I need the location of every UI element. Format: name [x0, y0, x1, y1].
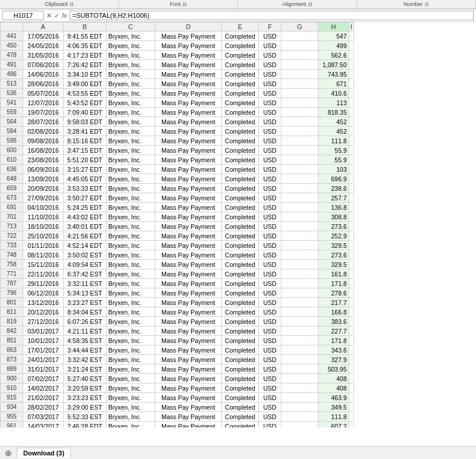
cell[interactable]: Completed [222, 193, 259, 203]
cell[interactable] [281, 288, 318, 298]
cell[interactable]: 14/06/2016 [23, 70, 64, 79]
col-header-i[interactable]: I [349, 23, 353, 32]
cell[interactable]: 31/01/2017 [23, 364, 64, 374]
cell[interactable]: 671 [318, 79, 349, 89]
col-header-e[interactable]: E [222, 23, 259, 32]
cell[interactable]: Mass Pay Payment [155, 422, 222, 428]
row-header[interactable]: 796 [1, 288, 23, 298]
cell[interactable]: Mass Pay Payment [155, 345, 222, 355]
cell[interactable]: Mass Pay Payment [155, 317, 222, 326]
cell[interactable] [281, 241, 318, 250]
cell[interactable]: 111.8 [318, 136, 349, 146]
cell[interactable]: Bryxen, Inc. [107, 51, 155, 60]
cell[interactable]: 4:06:35 EDT [64, 41, 107, 51]
cell[interactable]: Completed [222, 422, 259, 428]
cell[interactable]: USD [259, 231, 281, 241]
cell[interactable] [281, 193, 318, 203]
cell[interactable]: Bryxen, Inc. [107, 184, 155, 193]
cell[interactable]: Mass Pay Payment [155, 193, 222, 203]
row-header[interactable]: 441 [1, 32, 23, 41]
cell[interactable]: 5:43:52 EDT [64, 98, 107, 108]
cell[interactable]: Bryxen, Inc. [107, 403, 155, 412]
cell[interactable]: Mass Pay Payment [155, 222, 222, 231]
cell[interactable]: 103 [318, 165, 349, 174]
cell[interactable]: 743.95 [318, 70, 349, 79]
cell[interactable]: 696.9 [318, 174, 349, 184]
row-header[interactable]: 450 [1, 41, 23, 51]
cell[interactable] [349, 383, 353, 393]
row-header[interactable]: 771 [1, 269, 23, 279]
row-header[interactable]: 819 [1, 317, 23, 326]
row-header[interactable]: 842 [1, 326, 23, 336]
confirm-icon[interactable]: ✓ [54, 12, 60, 20]
row-header[interactable]: 863 [1, 345, 23, 355]
cell[interactable]: Bryxen, Inc. [107, 155, 155, 165]
cell[interactable]: 55.9 [318, 146, 349, 155]
cell[interactable] [281, 89, 318, 98]
cell[interactable]: 17/05/2016 [23, 32, 64, 41]
col-header-h[interactable]: H [318, 23, 349, 32]
cell[interactable]: USD [259, 393, 281, 403]
cell[interactable]: 3:47:15 EDT [64, 146, 107, 155]
cell[interactable]: 349.5 [318, 403, 349, 412]
cell[interactable]: 5:34:13 EST [64, 288, 107, 298]
cell[interactable] [349, 117, 353, 127]
cell[interactable]: USD [259, 364, 281, 374]
cell[interactable]: Mass Pay Payment [155, 174, 222, 184]
cell[interactable]: Completed [222, 345, 259, 355]
cell[interactable]: 24/05/2016 [23, 41, 64, 51]
cell[interactable]: Mass Pay Payment [155, 98, 222, 108]
cell[interactable] [349, 403, 353, 412]
cell[interactable]: Completed [222, 383, 259, 393]
cell[interactable]: Completed [222, 117, 259, 127]
cell[interactable]: Mass Pay Payment [155, 32, 222, 41]
cell[interactable]: 3:50:02 EST [64, 250, 107, 260]
alignment-expand-icon[interactable]: ⊡ [308, 2, 312, 7]
cell[interactable]: Bryxen, Inc. [107, 165, 155, 174]
cell[interactable]: USD [259, 174, 281, 184]
cell[interactable] [281, 345, 318, 355]
row-header[interactable]: 955 [1, 412, 23, 422]
cell[interactable]: Bryxen, Inc. [107, 108, 155, 117]
cell[interactable] [349, 165, 353, 174]
cell[interactable]: Completed [222, 231, 259, 241]
cell[interactable]: 3:20:59 EST [64, 383, 107, 393]
cell[interactable]: Completed [222, 155, 259, 165]
cell[interactable]: USD [259, 326, 281, 336]
cell[interactable]: USD [259, 203, 281, 212]
cell[interactable]: 24/01/2017 [23, 355, 64, 364]
cell[interactable]: 257.7 [318, 193, 349, 203]
cell[interactable]: USD [259, 212, 281, 222]
cell[interactable]: Completed [222, 288, 259, 298]
cell[interactable]: Bryxen, Inc. [107, 98, 155, 108]
cell[interactable] [349, 279, 353, 288]
cell[interactable]: Bryxen, Inc. [107, 269, 155, 279]
cell[interactable]: Bryxen, Inc. [107, 336, 155, 345]
cell[interactable]: 55.9 [318, 155, 349, 165]
cell[interactable]: Mass Pay Payment [155, 89, 222, 98]
cell[interactable] [349, 98, 353, 108]
cell[interactable]: Completed [222, 136, 259, 146]
cell[interactable]: USD [259, 241, 281, 250]
cell[interactable] [349, 89, 353, 98]
cell[interactable]: Completed [222, 41, 259, 51]
cell[interactable]: Bryxen, Inc. [107, 422, 155, 428]
cell[interactable] [349, 70, 353, 79]
cell[interactable]: Completed [222, 79, 259, 89]
cell[interactable]: Completed [222, 336, 259, 345]
cell[interactable]: USD [259, 288, 281, 298]
cell[interactable]: 11/10/2016 [23, 212, 64, 222]
row-header[interactable]: 722 [1, 231, 23, 241]
cell[interactable]: 22/11/2016 [23, 269, 64, 279]
cell[interactable]: 19/07/2016 [23, 108, 64, 117]
cell[interactable]: 09/08/2016 [23, 136, 64, 146]
cell[interactable]: 5:24:25 EDT [64, 203, 107, 212]
cell[interactable]: Mass Pay Payment [155, 70, 222, 79]
cell[interactable]: 06/12/2016 [23, 288, 64, 298]
cell[interactable]: USD [259, 60, 281, 70]
cell[interactable]: 607.2 [318, 422, 349, 428]
cell[interactable]: Completed [222, 393, 259, 403]
cell[interactable] [281, 231, 318, 241]
cell[interactable]: 238.6 [318, 184, 349, 193]
cell[interactable] [349, 127, 353, 136]
